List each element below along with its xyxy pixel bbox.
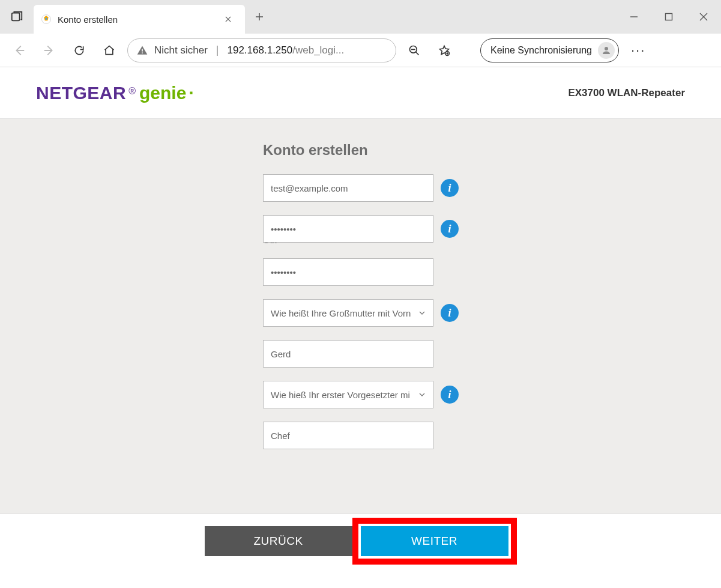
back-nav-icon[interactable] xyxy=(7,38,31,62)
forward-nav-icon[interactable] xyxy=(37,38,61,62)
new-tab-button[interactable] xyxy=(245,2,274,31)
not-secure-icon xyxy=(136,44,148,56)
create-account-form: Konto erstellen i i Gut Wie heißt Ihre G… xyxy=(263,142,461,449)
svg-point-8 xyxy=(605,47,608,50)
back-button[interactable]: ZURÜCK xyxy=(205,526,352,556)
minimize-button[interactable] xyxy=(617,0,651,34)
home-icon[interactable] xyxy=(97,38,121,62)
next-button-highlight: WEITER xyxy=(352,518,517,565)
security-answer-1-field[interactable] xyxy=(263,340,433,368)
browser-chrome: Konto erstellen xyxy=(0,0,721,67)
info-icon[interactable]: i xyxy=(441,220,459,238)
security-question-1-select[interactable]: Wie heißt Ihre Großmutter mit Vorn xyxy=(263,299,433,327)
address-bar[interactable]: Nicht sicher | 192.168.1.250/web_logi... xyxy=(127,38,396,62)
tab-overview-icon[interactable] xyxy=(0,0,34,34)
chevron-down-icon xyxy=(417,308,427,318)
browser-toolbar: Nicht sicher | 192.168.1.250/web_logi...… xyxy=(0,34,721,67)
zoom-out-icon[interactable] xyxy=(402,38,426,62)
titlebar-left: Konto erstellen xyxy=(0,0,274,34)
address-url: 192.168.1.250/web_logi... xyxy=(228,44,345,56)
info-icon[interactable]: i xyxy=(441,179,459,197)
form-title: Konto erstellen xyxy=(263,142,461,159)
svg-rect-5 xyxy=(142,52,143,53)
profile-avatar-icon xyxy=(598,42,615,59)
maximize-button[interactable] xyxy=(651,0,686,34)
favorites-icon[interactable] xyxy=(432,38,456,62)
window-controls xyxy=(617,0,721,34)
password-field[interactable] xyxy=(263,215,433,243)
sync-button[interactable]: Keine Synchronisierung xyxy=(480,38,619,62)
footer-buttons: ZURÜCK WEITER xyxy=(0,514,721,568)
netgear-genie-logo: NETGEAR® genie· xyxy=(36,83,194,103)
password-confirm-field[interactable] xyxy=(263,258,433,286)
info-icon[interactable]: i xyxy=(441,304,459,322)
address-separator: | xyxy=(214,44,222,56)
browser-tab[interactable]: Konto erstellen xyxy=(34,5,245,34)
reload-icon[interactable] xyxy=(67,38,91,62)
page-body: Konto erstellen i i Gut Wie heißt Ihre G… xyxy=(0,119,721,568)
device-name: EX3700 WLAN-Repeater xyxy=(568,87,685,99)
close-window-button[interactable] xyxy=(686,0,721,34)
titlebar: Konto erstellen xyxy=(0,0,721,34)
tab-title: Konto erstellen xyxy=(58,14,214,25)
favicon-icon xyxy=(41,14,52,25)
next-button[interactable]: WEITER xyxy=(361,526,508,556)
chevron-down-icon xyxy=(417,390,427,399)
menu-icon[interactable]: ··· xyxy=(625,43,651,58)
sync-label: Keine Synchronisierung xyxy=(490,45,592,56)
svg-rect-0 xyxy=(12,13,20,21)
security-question-2-select[interactable]: Wie hieß Ihr erster Vorgesetzter mi xyxy=(263,381,433,408)
info-icon[interactable]: i xyxy=(441,386,459,404)
svg-rect-3 xyxy=(666,14,672,20)
security-label: Nicht sicher xyxy=(154,44,208,56)
close-tab-icon[interactable] xyxy=(220,11,237,28)
svg-point-2 xyxy=(45,18,47,20)
svg-rect-4 xyxy=(142,49,143,51)
security-answer-2-field[interactable] xyxy=(263,422,433,449)
email-field[interactable] xyxy=(263,174,433,202)
page-header: NETGEAR® genie· EX3700 WLAN-Repeater xyxy=(0,67,721,119)
